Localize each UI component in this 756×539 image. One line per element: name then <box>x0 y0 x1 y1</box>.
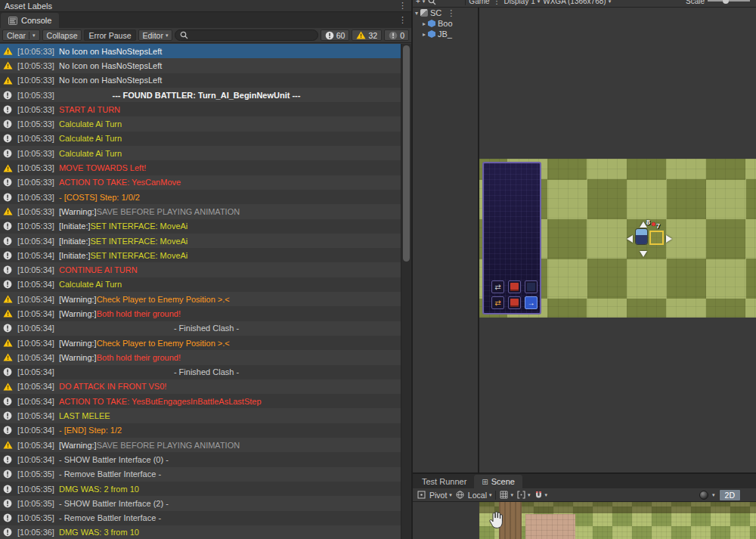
confirm-arrow-button[interactable]: → <box>525 296 538 309</box>
hierarchy-item-scene-root[interactable]: ▾ SC ⋮ <box>413 8 478 18</box>
search-icon[interactable] <box>428 0 436 5</box>
console-log-row[interactable]: [10:05:33]Calculate Ai Turn <box>0 146 401 160</box>
local-dropdown[interactable]: Local ▾ <box>468 491 492 500</box>
hierarchy-kebab-icon[interactable]: ⋮ <box>447 9 455 17</box>
console-log-row[interactable]: [10:05:33]No Icon on HasNoStepsLeft <box>0 58 401 73</box>
console-log-row[interactable]: [10:05:33]--- FOUND BATTLER: Turn_AI_Beg… <box>0 88 401 102</box>
caret-right-icon[interactable]: ▸ <box>423 20 426 27</box>
chevron-down-icon: ▾ <box>712 492 715 497</box>
toggle-2d-button[interactable]: 2D <box>719 489 741 501</box>
scene-view-content[interactable] <box>413 502 756 539</box>
grid-visibility-dropdown[interactable]: ▾ <box>500 491 513 499</box>
caret-down-icon[interactable]: ▾ <box>415 10 418 17</box>
console-log-row[interactable]: [10:05:35]DMG WAS: 2 from 10 <box>0 482 401 496</box>
info-icon <box>3 528 13 537</box>
console-log-row[interactable]: [10:05:33]ACTION TO TAKE: YesCanMove <box>0 175 401 190</box>
console-log-row[interactable]: [10:05:35]- Remove Battler Interface - <box>0 467 401 482</box>
console-log-row[interactable]: [10:05:33][Initiate:]SET INTERFACE: Move… <box>0 219 401 234</box>
item-slot-red[interactable] <box>508 280 521 293</box>
console-menu-kebab-icon[interactable]: ⋮ <box>398 16 407 24</box>
game-menu-kebab-icon[interactable]: ⋮ <box>493 0 501 5</box>
console-log-row[interactable]: [10:05:33]Calculate Ai Turn <box>0 116 401 131</box>
console-log-row[interactable]: [10:05:34]LAST MELEE <box>0 408 401 423</box>
log-message: DO ATTACK IN FRONT VS0! <box>59 382 166 391</box>
asset-labels-kebab-icon[interactable]: ⋮ <box>398 2 407 10</box>
caret-right-icon[interactable]: ▸ <box>423 31 426 38</box>
collapse-button[interactable]: Collapse <box>42 29 82 41</box>
console-log-row[interactable]: [10:05:34]- SHOW Battler Interface (0) - <box>0 452 401 466</box>
hand-tool-icon[interactable] <box>488 511 504 531</box>
console-log-row[interactable]: [10:05:34][Warning:]Both hold their grou… <box>0 350 401 364</box>
console-log-row[interactable]: [10:05:34]Calculate Ai Turn <box>0 277 401 292</box>
info-icon <box>3 105 13 114</box>
tab-scene[interactable]: ⊞ Scene <box>474 475 522 488</box>
swap-button-orange[interactable]: ⇄ <box>491 296 504 309</box>
red-item-icon <box>510 283 519 291</box>
tab-console[interactable]: Console <box>1 13 59 28</box>
swap-button[interactable]: ⇄ <box>491 280 504 293</box>
hierarchy-item-jb[interactable]: ▸ JB_ <box>413 29 478 39</box>
console-log-row[interactable]: [10:05:34]- Finished Clash - <box>0 365 401 379</box>
console-log-row[interactable]: [10:05:34][Warning:]Check Player to Enem… <box>0 336 401 350</box>
game-view[interactable]: ⇄ ⇄ → 8 7 <box>478 8 756 472</box>
console-log-row[interactable]: [10:05:34]DO ATTACK IN FRONT VS0! <box>0 379 401 394</box>
console-log-row[interactable]: [10:05:36]DMG WAS: 3 from 10 <box>0 525 401 539</box>
error-count-badge[interactable]: 0 <box>384 29 409 41</box>
console-search-field[interactable] <box>175 29 318 41</box>
tool-handle-icon[interactable] <box>417 491 426 499</box>
console-log-row[interactable]: [10:05:34]- Finished Clash - <box>0 321 401 336</box>
console-log-row[interactable]: [10:05:33]No Icon on HasNoStepsLeft <box>0 73 401 88</box>
console-log-row[interactable]: [10:05:35]- SHOW Battler Interface (2) - <box>0 496 401 510</box>
console-log-row[interactable]: [10:05:35]- Remove Battler Interface - <box>0 511 401 525</box>
console-scrollbar[interactable] <box>401 44 411 539</box>
chevron-down-icon: ▾ <box>166 33 169 38</box>
item-slot-red-2[interactable] <box>508 296 521 309</box>
console-log-row[interactable]: [10:05:33]MOVE TOWARDS Left! <box>0 160 401 175</box>
pivot-dropdown[interactable]: Pivot ▾ <box>429 491 452 500</box>
red-item-icon <box>510 299 519 307</box>
error-pause-button[interactable]: Error Pause <box>84 29 135 41</box>
game-view-tab[interactable]: Game <box>469 0 489 5</box>
info-count-badge[interactable]: 60 <box>321 29 350 41</box>
console-log-row[interactable]: [10:05:34][Warning:]SAVE BEFORE PLAYING … <box>0 438 401 452</box>
console-log-row[interactable]: [10:05:34][Initiate:]SET INTERFACE: Move… <box>0 248 401 262</box>
console-log-row[interactable]: [10:05:34]CONTINUE AI TURN <box>0 262 401 277</box>
scale-slider[interactable] <box>708 0 750 2</box>
scale-slider-knob[interactable] <box>723 0 729 4</box>
console-log-row[interactable]: [10:05:33]No Icon on HasNoStepsLeft <box>0 44 401 58</box>
info-icon <box>3 149 13 158</box>
console-log-row[interactable]: [10:05:34]ACTION TO TAKE: YesButEngagesI… <box>0 394 401 408</box>
warning-count-badge[interactable]: 32 <box>352 29 382 41</box>
resolution-dropdown[interactable]: WXGA (1366x768) ▾ <box>543 0 611 5</box>
item-slot-dark[interactable] <box>525 280 538 293</box>
chevron-down-icon[interactable]: ▾ <box>33 33 36 38</box>
lighting-toggle-icon[interactable] <box>699 491 708 500</box>
search-input[interactable] <box>191 31 312 40</box>
console-log-row[interactable]: [10:05:34][Warning:]Check Player to Enem… <box>0 292 401 306</box>
console-log-row[interactable]: [10:05:34][Initiate:]SET INTERFACE: Move… <box>0 234 401 248</box>
console-log-row[interactable]: [10:05:33]- [COSTS] Step: 1/0/2 <box>0 190 401 204</box>
info-icon <box>3 251 13 260</box>
console-log-row[interactable]: [10:05:33][Warning:]SAVE BEFORE PLAYING … <box>0 204 401 218</box>
console-log-row[interactable]: [10:05:34]- [END] Step: 1/2 <box>0 423 401 438</box>
console-log-row[interactable]: [10:05:33]Calculate Ai Turn <box>0 132 401 146</box>
log-message: No Icon on HasNoStepsLeft <box>59 61 162 70</box>
editor-dropdown[interactable]: Editor ▾ <box>138 29 173 41</box>
add-dropdown[interactable]: + ▾ <box>416 0 425 5</box>
console-log-row[interactable]: [10:05:34][Warning:]Both hold their grou… <box>0 306 401 321</box>
console-log-row[interactable]: [10:05:33]START AI TURN <box>0 102 401 116</box>
scrollbar-thumb[interactable] <box>403 45 410 262</box>
hierarchy-item-boo[interactable]: ▸ Boo <box>413 18 478 29</box>
chevron-down-icon: ▾ <box>423 0 426 4</box>
info-icon <box>3 237 13 246</box>
scene-toolbar: Pivot ▾ Local ▾ ▾ <box>413 488 756 502</box>
warning-icon <box>3 61 13 70</box>
tab-test-runner[interactable]: Test Runner <box>414 475 474 488</box>
log-timestamp: [10:05:33] <box>17 76 54 85</box>
snap-settings-dropdown[interactable]: ▾ <box>517 491 531 499</box>
display-dropdown[interactable]: Display 1 ▾ <box>504 0 541 5</box>
clear-button[interactable]: Clear ▾ <box>2 29 40 41</box>
info-icon <box>3 397 13 406</box>
magnet-snap-dropdown[interactable]: ▾ <box>534 491 548 499</box>
log-message: No Icon on HasNoStepsLeft <box>59 47 162 56</box>
